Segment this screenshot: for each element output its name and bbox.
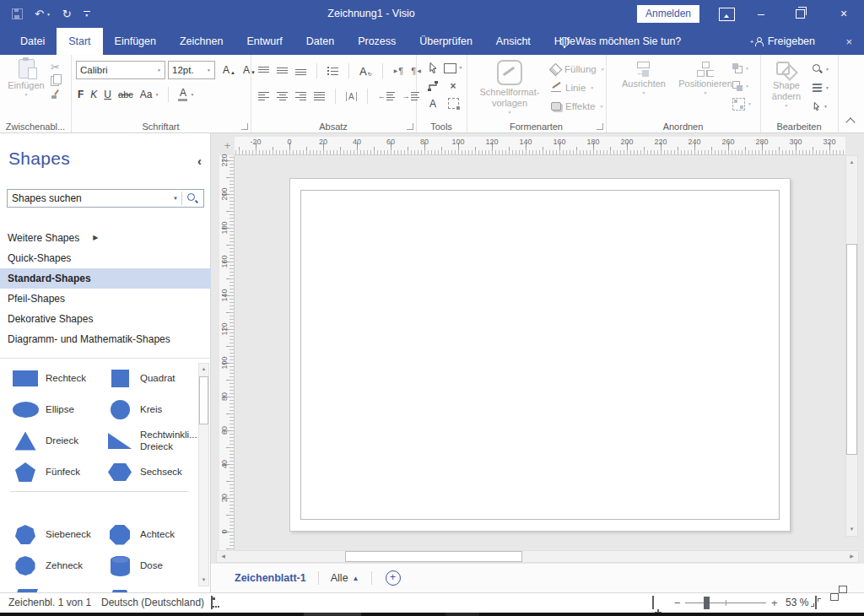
align-middle-icon[interactable]	[277, 67, 288, 75]
send-backward-button[interactable]: ▼	[732, 79, 752, 93]
page-tab[interactable]: Zeichenblatt-1	[235, 572, 306, 584]
shapes-search-input[interactable]	[8, 192, 170, 204]
tab-prozess[interactable]: Prozess	[346, 28, 408, 55]
find-button[interactable]: ▼	[813, 62, 829, 76]
horizontal-scrollbar-thumb[interactable]	[345, 551, 522, 562]
tell-me-area[interactable]: Was möchten Sie tun?	[560, 28, 681, 55]
presentation-mode-button[interactable]	[652, 593, 654, 613]
zoom-in-button[interactable]: +	[771, 593, 778, 613]
zoom-slider-thumb[interactable]	[704, 597, 710, 609]
stencil-section-quick-shapes[interactable]: Quick-Shapes	[0, 248, 211, 268]
horizontal-scrollbar[interactable]: ◀ ▶	[216, 550, 859, 563]
text-tool-icon[interactable]: A	[429, 99, 436, 109]
drawing-canvas[interactable]	[235, 155, 845, 550]
macro-record-button[interactable]	[211, 593, 213, 613]
scroll-down-icon[interactable]: ▼	[199, 575, 208, 586]
search-icon[interactable]	[187, 193, 198, 204]
customize-qat-button[interactable]: ▼	[84, 11, 90, 18]
effects-button[interactable]: Effekte▼	[551, 98, 605, 115]
shape-item-pentagon[interactable]: Fünfeck	[5, 457, 100, 488]
zoom-out-button[interactable]: −	[674, 593, 681, 613]
bold-button[interactable]: F	[78, 89, 84, 100]
font-size-combo[interactable]: 12pt. ▼	[168, 61, 215, 79]
paste-button[interactable]: Einfügen ▼	[5, 59, 47, 97]
connector-tool-icon[interactable]	[427, 80, 439, 91]
shape-item-heptagon[interactable]: Siebeneck	[5, 519, 100, 550]
tab-überprüfen[interactable]: Überprüfen	[408, 28, 484, 55]
scroll-right-icon[interactable]: ▶	[845, 551, 858, 562]
sign-in-button[interactable]: Anmelden	[637, 5, 699, 23]
change-case-button[interactable]: Aa▼	[140, 89, 159, 100]
panel-scrollbar[interactable]: ▲ ▼	[198, 363, 209, 586]
scroll-down-icon[interactable]: ▼	[846, 523, 857, 536]
undo-caret-icon[interactable]: ▼	[46, 12, 51, 17]
collapse-panel-icon[interactable]: ‹	[197, 154, 202, 168]
tab-ansicht[interactable]: Ansicht	[484, 28, 543, 55]
font-name-combo[interactable]: Calibri ▼	[76, 61, 165, 79]
align-center-icon[interactable]	[277, 92, 288, 100]
vertical-text-icon[interactable]: A	[346, 92, 357, 101]
stencil-section-weitere-shapes[interactable]: Weitere Shapes▶	[0, 228, 211, 248]
vertical-scrollbar-thumb[interactable]	[846, 244, 857, 455]
position-button[interactable]: Positionieren ▼	[673, 62, 737, 95]
redo-icon[interactable]: ↻	[62, 8, 72, 19]
shape-item-hexagon[interactable]: Sechseck	[100, 457, 194, 488]
clear-formatting-icon[interactable]: A↻	[359, 66, 372, 77]
add-page-button[interactable]: +	[386, 570, 401, 586]
shape-item-ellipse[interactable]: Ellipse	[5, 394, 100, 425]
quick-styles-button[interactable]: Schnellformat- vorlagen ▼	[472, 60, 548, 115]
strikethrough-button[interactable]: abc	[118, 90, 133, 100]
ribbon-display-options-icon[interactable]	[719, 8, 735, 21]
shape-item-octagon[interactable]: Achteck	[100, 519, 194, 550]
zoom-level[interactable]: 53 %	[786, 593, 808, 613]
search-dropdown-icon[interactable]: ▼	[170, 196, 181, 201]
save-icon[interactable]	[12, 8, 23, 19]
tab-einfügen[interactable]: Einfügen	[103, 28, 168, 55]
shape-item-right-triangle[interactable]: Rechtwinkli... Dreieck	[100, 425, 194, 457]
align-left-icon[interactable]	[258, 92, 269, 100]
text-direction-ltr-icon[interactable]: ▶¶	[393, 67, 404, 76]
vertical-scrollbar[interactable]: ▲ ▼	[845, 155, 858, 537]
connection-point-tool-icon[interactable]: ×	[450, 81, 456, 91]
underline-button[interactable]: U	[104, 89, 111, 100]
align-right-icon[interactable]	[295, 92, 306, 100]
grow-font-button[interactable]: A▲	[223, 65, 235, 75]
tab-daten[interactable]: Daten	[294, 28, 346, 55]
shape-item-square[interactable]: Quadrat	[100, 363, 194, 394]
collapse-ribbon-icon[interactable]	[845, 117, 855, 127]
decrease-indent-icon[interactable]: ←	[378, 92, 395, 100]
font-color-button[interactable]: A ▼	[178, 88, 194, 101]
rectangle-tool-button[interactable]: ▼	[444, 63, 463, 73]
tab-start[interactable]: Start	[57, 28, 102, 55]
page-count-status[interactable]: Zeichenbl. 1 von 1	[8, 593, 91, 613]
shape-item-decagon[interactable]: Zehneck	[5, 550, 100, 581]
scroll-left-icon[interactable]: ◀	[217, 551, 230, 562]
tabrow-close-icon[interactable]: ×	[845, 28, 852, 55]
shape-transform-tool-icon[interactable]	[448, 98, 459, 109]
tab-entwurf[interactable]: Entwurf	[235, 28, 294, 55]
shape-item-cylinder[interactable]: Dose	[100, 550, 194, 581]
zoom-slider-track[interactable]	[685, 602, 766, 603]
scroll-up-icon[interactable]: ▲	[846, 156, 857, 169]
shape-item-circle[interactable]: Kreis	[100, 394, 194, 425]
stencil-section-diagramm-und-mathematik-shapes[interactable]: Diagramm- und Mathematik-Shapes	[0, 329, 211, 349]
align-bottom-icon[interactable]	[295, 67, 306, 75]
share-button[interactable]: + Freigeben	[754, 28, 815, 55]
shapes-search-box[interactable]: ▼	[7, 189, 204, 208]
tab-zeichnen[interactable]: Zeichnen	[168, 28, 235, 55]
pointer-tool-icon[interactable]	[428, 62, 439, 74]
fill-button[interactable]: Füllung▼	[551, 61, 605, 78]
line-button[interactable]: Linie▼	[551, 79, 605, 96]
stencil-section-dekorative-shapes[interactable]: Dekorative Shapes	[0, 309, 211, 329]
panel-scrollbar-thumb[interactable]	[199, 376, 208, 424]
align-button[interactable]: ← Ausrichten ▼	[616, 62, 672, 95]
language-status[interactable]: Deutsch (Deutschland)	[101, 593, 204, 613]
page-filter-button[interactable]: Alle ▲	[331, 572, 359, 584]
stencil-section-standard-shapes[interactable]: Standard-Shapes	[0, 268, 211, 289]
select-button[interactable]: ▼	[813, 100, 829, 113]
format-painter-icon[interactable]	[51, 89, 61, 100]
minimize-button[interactable]: –	[742, 0, 780, 27]
group-shapes-button[interactable]: ▼	[732, 97, 752, 111]
cut-icon[interactable]: ✂	[51, 62, 61, 73]
fit-page-button[interactable]	[815, 593, 817, 613]
